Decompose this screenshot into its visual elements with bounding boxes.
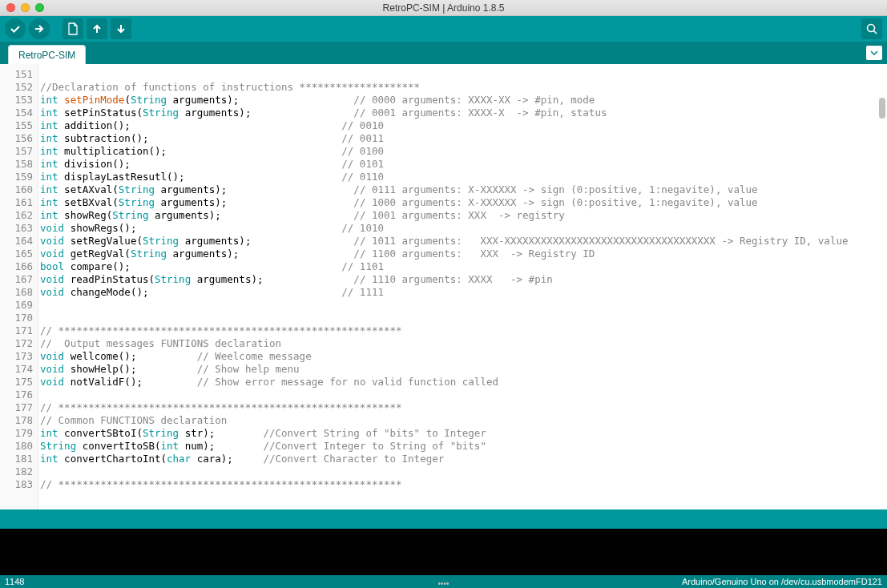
line-number: 180: [0, 440, 33, 453]
code-line[interactable]: void wellcome(); // Weelcome message: [40, 350, 887, 363]
serial-monitor-button[interactable]: [861, 18, 882, 39]
board-port-indicator: Arduino/Genuino Uno on /dev/cu.usbmodemF…: [682, 577, 882, 586]
line-number: 162: [0, 209, 33, 222]
code-line[interactable]: // Output messages FUNTIONS declaration: [40, 337, 887, 350]
tab-bar: RetroPC-SIM: [0, 42, 887, 64]
code-line[interactable]: [40, 312, 887, 324]
code-line[interactable]: void setRegValue(String arguments); // 1…: [40, 235, 887, 248]
zoom-window-button[interactable]: [35, 3, 44, 12]
minimize-window-button[interactable]: [21, 3, 30, 12]
resize-grip[interactable]: ••••: [437, 579, 449, 588]
code-editor[interactable]: 1511521531541551561571581591601611621631…: [0, 64, 887, 509]
line-number: 160: [0, 183, 33, 196]
line-number: 159: [0, 171, 33, 183]
line-number: 173: [0, 350, 33, 363]
line-number: 175: [0, 376, 33, 389]
window-controls: [6, 3, 44, 12]
line-number: 151: [0, 68, 33, 81]
code-line[interactable]: void getRegVal(String arguments); // 110…: [40, 248, 887, 260]
code-line[interactable]: // *************************************…: [40, 324, 887, 337]
code-line[interactable]: [40, 389, 887, 401]
code-line[interactable]: [40, 68, 887, 81]
arrow-right-icon: [33, 22, 46, 35]
sketch-tab[interactable]: RetroPC-SIM: [8, 45, 86, 64]
code-line[interactable]: int setPinStatus(String arguments); // 0…: [40, 107, 887, 119]
line-number: 168: [0, 286, 33, 299]
code-line[interactable]: String convertItoSB(int num); //Convert …: [40, 440, 887, 453]
code-line[interactable]: int setPinMode(String arguments); // 000…: [40, 94, 887, 107]
code-area[interactable]: //Declaration of functions of instructio…: [38, 64, 887, 509]
code-line[interactable]: //Declaration of functions of instructio…: [40, 81, 887, 94]
line-number: 165: [0, 248, 33, 260]
line-indicator: 1148: [5, 577, 24, 586]
chevron-down-icon: [870, 50, 878, 55]
new-sketch-button[interactable]: [62, 18, 83, 39]
window-titlebar: RetroPC-SIM | Arduino 1.8.5: [0, 0, 887, 16]
line-number: 155: [0, 119, 33, 132]
serial-monitor-icon: [865, 22, 878, 35]
file-icon: [67, 22, 79, 35]
code-line[interactable]: bool compare(); // 1101: [40, 260, 887, 273]
line-number: 161: [0, 196, 33, 209]
line-number: 156: [0, 132, 33, 145]
save-sketch-button[interactable]: [111, 18, 131, 39]
code-line[interactable]: void showHelp(); // Show help menu: [40, 363, 887, 376]
code-line[interactable]: void notValidF(); // Show error message …: [40, 376, 887, 389]
open-sketch-button[interactable]: [87, 18, 107, 39]
close-window-button[interactable]: [6, 3, 15, 12]
line-number: 154: [0, 107, 33, 119]
scrollbar-thumb[interactable]: [879, 98, 885, 119]
code-line[interactable]: int setAXval(String arguments); // 0111 …: [40, 183, 887, 196]
arrow-down-icon: [115, 22, 127, 35]
line-number: 169: [0, 299, 33, 312]
line-number: 153: [0, 94, 33, 107]
line-number: 182: [0, 465, 33, 478]
code-line[interactable]: int displayLastResutl(); // 0110: [40, 171, 887, 183]
line-number: 158: [0, 158, 33, 171]
code-line[interactable]: // Common FUNCTIONS declaration: [40, 414, 887, 427]
line-number: 171: [0, 324, 33, 337]
line-number: 163: [0, 222, 33, 235]
output-console[interactable]: [0, 529, 887, 575]
line-number: 157: [0, 145, 33, 158]
upload-button[interactable]: [29, 18, 50, 39]
tab-menu-button[interactable]: [866, 46, 882, 60]
line-number: 166: [0, 260, 33, 273]
code-line[interactable]: int addition(); // 0010: [40, 119, 887, 132]
code-line[interactable]: // *************************************…: [40, 478, 887, 491]
arrow-up-icon: [91, 22, 103, 35]
code-line[interactable]: int multiplication(); // 0100: [40, 145, 887, 158]
toolbar: [0, 16, 887, 42]
code-line[interactable]: int convertChartoInt(char cara); //Conve…: [40, 453, 887, 465]
svg-point-0: [868, 25, 875, 32]
line-number: 170: [0, 312, 33, 324]
verify-button[interactable]: [5, 18, 26, 39]
line-number: 167: [0, 273, 33, 286]
line-number: 183: [0, 478, 33, 491]
vertical-scrollbar[interactable]: [879, 66, 885, 508]
window-title: RetroPC-SIM | Arduino 1.8.5: [383, 2, 505, 14]
code-line[interactable]: [40, 465, 887, 478]
code-line[interactable]: void showRegs(); // 1010: [40, 222, 887, 235]
line-number: 172: [0, 337, 33, 350]
code-line[interactable]: // *************************************…: [40, 401, 887, 414]
code-line[interactable]: int subtraction(); // 0011: [40, 132, 887, 145]
status-strip: ••••: [0, 509, 887, 529]
line-number: 178: [0, 414, 33, 427]
code-line[interactable]: int division(); // 0101: [40, 158, 887, 171]
code-line[interactable]: void readPinStatus(String arguments); //…: [40, 273, 887, 286]
code-line[interactable]: [40, 299, 887, 312]
line-number: 152: [0, 81, 33, 94]
sketch-tab-label: RetroPC-SIM: [18, 50, 75, 61]
line-number: 181: [0, 453, 33, 465]
code-line[interactable]: int showReg(String arguments); // 1001 a…: [40, 209, 887, 222]
line-number: 177: [0, 401, 33, 414]
code-line[interactable]: int setBXval(String arguments); // 1000 …: [40, 196, 887, 209]
line-number: 179: [0, 427, 33, 440]
line-number: 176: [0, 389, 33, 401]
line-number: 174: [0, 363, 33, 376]
line-number: 164: [0, 235, 33, 248]
check-icon: [9, 22, 22, 35]
code-line[interactable]: void changeMode(); // 1111: [40, 286, 887, 299]
code-line[interactable]: int convertSBtoI(String str); //Convert …: [40, 427, 887, 440]
